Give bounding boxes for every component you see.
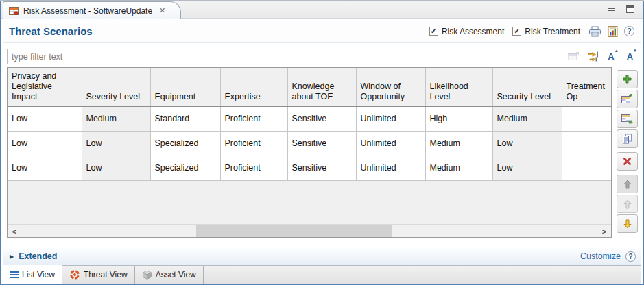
move-down-button[interactable] <box>617 214 638 233</box>
table-cell[interactable]: Unlimited <box>356 156 425 180</box>
table-row[interactable]: LowLowSpecializedProficientSensitiveUnli… <box>8 131 612 156</box>
check-icon: ✓ <box>514 27 520 35</box>
tab-list-view[interactable]: List View <box>3 265 62 284</box>
filter-row: A▲ A▼ <box>3 43 641 67</box>
tab-label: List View <box>22 270 55 280</box>
table-body: LowMediumStandardProficientSensitiveUnli… <box>8 106 612 180</box>
print-icon[interactable] <box>588 26 601 37</box>
table-cell[interactable] <box>562 131 612 156</box>
maximize-icon[interactable] <box>626 5 634 13</box>
filter-input[interactable] <box>7 49 558 64</box>
table-cell[interactable]: Low <box>492 156 562 180</box>
risk-treatment-checkbox[interactable]: ✓ <box>512 27 521 36</box>
column-header[interactable]: Likelihood Level <box>425 68 492 106</box>
extended-section-label: Extended <box>19 251 57 261</box>
tab-label: Threat View <box>84 270 128 280</box>
risk-assessment-window: Risk Assessment - SoftwareUpdate ✕ Threa… <box>0 0 644 285</box>
column-header[interactable]: Knowledge about TOE <box>287 68 356 106</box>
tab-asset-view[interactable]: Asset View <box>135 266 204 284</box>
column-header[interactable]: Severity Level <box>82 68 150 106</box>
column-header[interactable]: Expertise <box>220 68 287 106</box>
customize-link[interactable]: Customize <box>580 251 621 261</box>
add-button[interactable] <box>617 70 638 88</box>
table-cell[interactable]: Unlimited <box>356 131 425 156</box>
table-cell[interactable]: Medium <box>425 156 492 180</box>
list-view-icon <box>10 271 19 278</box>
move-top-button <box>617 175 638 193</box>
editor-tab-strip: Risk Assessment - SoftwareUpdate ✕ <box>1 1 643 19</box>
help-icon[interactable]: ? <box>625 251 636 262</box>
tab-label: Asset View <box>156 270 196 280</box>
column-header[interactable]: Window of Opportunity <box>356 68 425 106</box>
insert-row-below-button[interactable] <box>617 110 638 128</box>
insert-row-above-button[interactable] <box>617 90 638 108</box>
scrollbar-thumb[interactable] <box>196 225 392 237</box>
arrow-up-icon <box>623 199 632 209</box>
triangle-up-icon: ▲ <box>615 49 619 59</box>
table-cell[interactable]: Specialized <box>150 131 220 156</box>
check-icon: ✓ <box>431 27 437 35</box>
table-cell[interactable]: Sensitive <box>287 131 356 156</box>
insert-row-below-icon <box>621 114 633 124</box>
table-cell[interactable]: Proficient <box>220 156 287 180</box>
column-header[interactable]: Security Level <box>492 68 562 106</box>
minimize-icon[interactable] <box>608 8 615 11</box>
arrow-up-icon <box>623 179 632 189</box>
tab-threat-view[interactable]: Threat View <box>62 266 135 284</box>
column-header[interactable]: Equipment <box>150 68 220 106</box>
editor-tab-risk-assessment[interactable]: Risk Assessment - SoftwareUpdate ✕ <box>3 1 181 19</box>
table-cell[interactable]: Sensitive <box>287 106 356 131</box>
column-header[interactable]: Privacy and Legislative Impact <box>8 68 82 106</box>
pack-columns-icon[interactable] <box>588 51 599 62</box>
move-up-button <box>617 195 638 213</box>
table-cell[interactable] <box>562 156 612 180</box>
risk-assessment-checkbox-label: Risk Assessment <box>442 27 504 36</box>
scroll-left-icon[interactable]: < <box>9 225 20 237</box>
table-cell[interactable]: Standard <box>150 106 220 131</box>
chevron-right-icon[interactable]: ▶ <box>10 253 14 260</box>
table-cell[interactable]: Medium <box>82 106 150 131</box>
table-cell[interactable]: Unlimited <box>356 106 425 131</box>
show-columns-dialog-icon <box>568 51 580 62</box>
copy-button[interactable] <box>617 129 638 148</box>
risk-assessment-icon <box>9 6 19 16</box>
risk-treatment-checkbox-label: Risk Treatment <box>525 27 580 36</box>
risk-assessment-checkbox[interactable]: ✓ <box>429 27 438 36</box>
arrow-down-icon <box>623 219 632 229</box>
scroll-right-icon[interactable]: > <box>599 225 610 237</box>
font-increase-button[interactable]: A▲ <box>608 51 618 62</box>
add-icon <box>623 75 632 84</box>
table-row[interactable]: LowLowSpecializedProficientSensitiveUnli… <box>8 156 612 180</box>
report-icon[interactable] <box>608 26 618 37</box>
asset-view-icon <box>142 270 152 280</box>
table-cell[interactable]: Proficient <box>220 106 287 131</box>
risk-assessment-checkbox-group[interactable]: ✓ Risk Assessment <box>429 27 504 36</box>
table-cell[interactable]: Sensitive <box>287 156 356 180</box>
extended-section-header[interactable]: ▶ Extended Customize ? <box>3 247 641 265</box>
table-cell[interactable]: Medium <box>492 106 562 131</box>
risk-treatment-checkbox-group[interactable]: ✓ Risk Treatment <box>512 27 580 36</box>
column-header[interactable]: Treatment Op <box>562 68 612 106</box>
horizontal-scrollbar[interactable]: < > <box>8 224 611 237</box>
table-cell[interactable]: High <box>425 106 492 131</box>
table-cell[interactable]: Low <box>8 106 82 131</box>
table-cell[interactable]: Low <box>8 131 82 156</box>
table-cell[interactable]: Specialized <box>150 156 220 180</box>
table-cell[interactable]: Medium <box>425 131 492 156</box>
threat-view-icon <box>69 269 80 280</box>
copy-icon <box>622 134 632 144</box>
table-cell[interactable]: Low <box>82 156 150 180</box>
table-cell[interactable]: Low <box>8 156 82 180</box>
table-cell[interactable]: Low <box>492 131 562 156</box>
font-decrease-button[interactable]: A▼ <box>627 51 637 62</box>
delete-icon <box>623 157 632 166</box>
view-tab-bar: List View Threat View Asset View <box>3 265 641 284</box>
table-cell[interactable] <box>562 106 612 131</box>
table-cell[interactable]: Proficient <box>220 131 287 156</box>
delete-button[interactable] <box>617 152 638 171</box>
close-icon[interactable]: ✕ <box>159 6 165 15</box>
help-icon[interactable]: ? <box>624 26 634 36</box>
page-title: Threat Scenarios <box>9 25 93 37</box>
table-row[interactable]: LowMediumStandardProficientSensitiveUnli… <box>8 106 612 131</box>
table-cell[interactable]: Low <box>82 131 150 156</box>
